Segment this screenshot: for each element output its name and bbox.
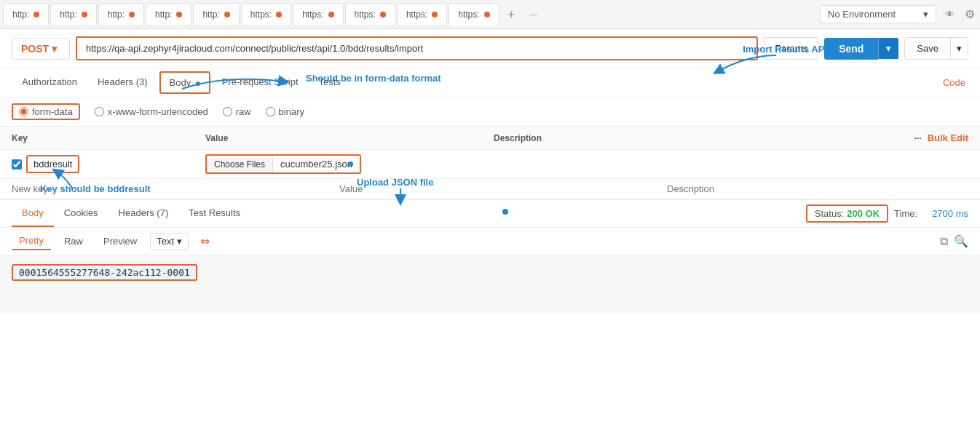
table-header: Key Value Description ··· Bulk Edit (0, 127, 980, 150)
sub-nav: Authorization Headers (3) Body Pre-reque… (0, 68, 980, 97)
gear-icon[interactable]: ⚙ (963, 7, 977, 22)
tab-5[interactable]: http: (193, 3, 239, 26)
text-type-select[interactable]: Text ▾ (150, 233, 189, 250)
tab-dot-3 (129, 12, 135, 17)
response-body: 0001564555277648-242ac112-0001 (0, 255, 980, 314)
col-desc-header: Description (494, 133, 914, 143)
resp-tab-test-results[interactable]: Test Results (178, 200, 250, 227)
tab-7[interactable]: https: (293, 3, 343, 26)
resp-tab-body[interactable]: Body (12, 200, 54, 227)
send-button-group: Send ▾ (824, 38, 898, 60)
form-data-option-box: form-data (12, 103, 80, 120)
sub-nav-headers[interactable]: Headers (3) (87, 69, 158, 96)
tab-3[interactable]: http: (98, 3, 144, 26)
format-preview-button[interactable]: Preview (96, 233, 144, 250)
tab-label-5: http: (202, 9, 219, 20)
urlencoded-radio-label[interactable]: x-www-form-urlencoded (95, 106, 208, 117)
tab-label-7: https: (302, 9, 323, 20)
time-label: Time: (894, 208, 917, 219)
tab-more-button[interactable]: ··· (523, 3, 543, 26)
tab-2[interactable]: http: (50, 3, 96, 26)
tab-label-9: https: (406, 9, 427, 20)
tab-dot-6 (276, 12, 282, 17)
response-tab-bar: Body Cookies Headers (7) Test Results Up… (0, 199, 980, 228)
file-input-box: Choose Files cucumber25.json (205, 154, 361, 174)
tab-label-6: https: (250, 9, 272, 20)
key-annotation: Key should be bddresult (40, 183, 151, 194)
urlencoded-radio[interactable] (95, 107, 104, 116)
col-value-header: Value (205, 133, 482, 143)
binary-radio[interactable] (266, 107, 275, 116)
file-dot (348, 162, 353, 167)
tab-label-1: http: (12, 9, 29, 20)
env-selector: No Environment ▾ 👁 ⚙ (820, 5, 977, 23)
env-dropdown[interactable]: No Environment ▾ (820, 5, 936, 23)
method-chevron-icon: ▾ (52, 43, 57, 55)
bulk-edit-button[interactable]: Bulk Edit (928, 132, 968, 143)
import-results-annotation: Import Results API (743, 43, 827, 54)
col-actions-header: ··· Bulk Edit (914, 132, 968, 143)
tab-10[interactable]: https: (448, 3, 499, 26)
search-button[interactable]: 🔍 (954, 234, 968, 248)
row-checkbox[interactable] (12, 159, 22, 170)
tab-dot-4 (176, 12, 182, 17)
tab-4[interactable]: http: (146, 3, 191, 26)
tab-6[interactable]: https: (241, 3, 291, 26)
sub-nav-body[interactable]: Body (159, 71, 210, 94)
resp-tab-cookies[interactable]: Cookies (54, 200, 108, 227)
tab-8[interactable]: https: (345, 3, 395, 26)
binary-label: binary (279, 106, 304, 117)
save-chevron-button[interactable]: ▾ (950, 38, 968, 59)
body-dot (196, 81, 200, 86)
time-value: 2700 ms (932, 208, 968, 219)
status-value: 200 OK (847, 208, 880, 219)
tab-dot-10 (484, 12, 490, 17)
method-label: POST (21, 43, 49, 55)
tab-9[interactable]: https: (397, 3, 447, 26)
send-main-button[interactable]: Send (824, 38, 878, 60)
tab-dot-1 (33, 12, 39, 17)
url-input[interactable] (76, 36, 758, 60)
binary-radio-label[interactable]: binary (266, 106, 304, 117)
tab-add-button[interactable]: + (501, 3, 522, 26)
sub-nav-authorization[interactable]: Authorization (12, 69, 87, 96)
code-link[interactable]: Code (940, 70, 968, 95)
form-data-radio[interactable] (19, 107, 28, 116)
eye-icon[interactable]: 👁 (942, 7, 957, 22)
file-name-label: cucumber25.json (273, 156, 360, 172)
tab-dot-5 (224, 12, 230, 17)
sub-nav-prerequest[interactable]: Pre-request Script (212, 69, 309, 96)
send-chevron-button[interactable]: ▾ (878, 38, 898, 59)
form-data-annotation: Should be in form-data format (306, 73, 441, 84)
col-key-header: Key (12, 133, 194, 143)
method-select[interactable]: POST ▾ (12, 38, 70, 60)
text-type-label: Text (157, 236, 174, 247)
key-value: bddresult (26, 155, 79, 173)
resp-format-bar: Pretty Raw Preview Text ▾ ⇔ ⧉ 🔍 (0, 228, 980, 255)
resp-actions: ⧉ 🔍 (940, 234, 968, 248)
format-raw-button[interactable]: Raw (57, 233, 90, 250)
tab-bar: http: http: http: http: http: https: htt… (0, 0, 980, 29)
wrap-icon[interactable]: ⇔ (200, 234, 210, 248)
tab-1[interactable]: http: (3, 3, 49, 26)
save-button-group: Save ▾ (904, 37, 968, 60)
raw-radio[interactable] (223, 107, 232, 116)
choose-files-button[interactable]: Choose Files (207, 156, 273, 172)
resp-dot (502, 209, 508, 215)
raw-radio-label[interactable]: raw (223, 106, 251, 117)
tab-label-10: https: (458, 9, 479, 20)
tab-dot-9 (432, 12, 438, 17)
table-row: bddresult Choose Files cucumber25.json K… (0, 150, 980, 179)
resp-tab-headers[interactable]: Headers (7) (108, 200, 179, 227)
tab-label-2: http: (60, 9, 76, 20)
key-cell: bddresult (12, 155, 194, 173)
copy-button[interactable]: ⧉ (940, 234, 948, 248)
response-id: 0001564555277648-242ac112-0001 (12, 264, 197, 281)
body-type-row: form-data x-www-form-urlencoded raw bina… (0, 97, 980, 127)
new-desc-input[interactable] (667, 183, 968, 194)
save-main-button[interactable]: Save (905, 38, 950, 59)
format-pretty-button[interactable]: Pretty (12, 232, 51, 250)
status-label: Status: (815, 208, 844, 219)
env-chevron-icon: ▾ (923, 9, 928, 20)
form-data-radio-label[interactable]: form-data (19, 106, 73, 117)
